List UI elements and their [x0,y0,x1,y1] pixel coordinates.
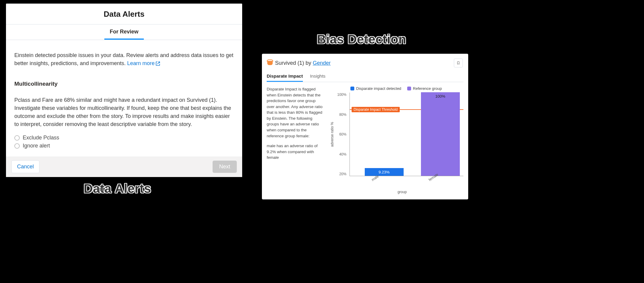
bias-detection-card: Survived (1) by Gender Disparate Impact … [262,54,468,199]
y-tick: 40% [337,152,347,156]
x-axis-ticks: male female [346,179,463,183]
next-button[interactable]: Next [213,161,237,173]
dialog-title: Data Alerts [6,4,242,24]
radio-label: Exclude Pclass [23,135,59,141]
chart-legend: Disparate impact detected Reference grou… [329,86,463,91]
bar-value-label: 9.23% [379,170,390,174]
radio-label: Ignore alert [23,143,50,149]
explanation-paragraph-1: Disparate Impact is flagged when Einstei… [267,86,323,139]
learn-more-link[interactable]: Learn more [127,59,160,67]
tab-insights[interactable]: Insights [310,71,326,82]
radio-group: Exclude Pclass Ignore alert [14,134,234,150]
legend-item-reference: Reference group [407,86,442,91]
bookmark-button[interactable] [454,59,463,67]
radio-icon [14,143,20,149]
cancel-button[interactable]: Cancel [11,160,39,173]
intro-text: Einstein detected possible issues in you… [14,52,233,66]
bucket-icon [267,61,273,65]
caption-bias-detection: Bias Detection [317,32,406,47]
swatch-icon [407,87,411,90]
y-tick: 20% [337,172,347,176]
card-tabs: Disparate Impact Insights [267,71,463,82]
y-axis-label: adverse ratio % [329,93,334,176]
bookmark-icon [457,61,460,65]
alert-section-title: Multicollinearity [14,81,234,87]
tab-disparate-impact[interactable]: Disparate Impact [267,71,303,82]
y-tick: 100% [337,93,347,97]
bar-female: 100% [421,92,460,176]
threshold-badge: Disparate Impact Threshold [352,107,400,112]
intro-paragraph: Einstein detected possible issues in you… [14,51,234,67]
swatch-icon [350,87,354,90]
y-axis-ticks: 100% 80% 60% 40% 20% [336,93,348,176]
external-link-icon [155,61,160,66]
chart-frame: adverse ratio % 100% 80% 60% 40% 20% Dis… [329,93,463,176]
card-title: Survived (1) by Gender [275,60,331,66]
chart-plot-area: Disparate Impact Threshold 9.23% 100% [350,93,463,176]
alert-description: Pclass and Fare are 68% similar and migh… [14,96,234,128]
dialog-tabs: For Review [6,24,242,40]
card-body: Disparate Impact is flagged when Einstei… [267,82,463,194]
explanation-paragraph-2: male has an adverse ratio of 9.2% when c… [267,143,323,161]
card-header: Survived (1) by Gender [267,57,463,70]
radio-ignore-alert[interactable]: Ignore alert [14,142,234,150]
y-tick: 60% [337,132,347,136]
bar-value-label: 100% [435,94,445,99]
caption-data-alerts: Data Alerts [84,182,151,196]
legend-label: Reference group [413,86,442,91]
chart-column: Disparate impact detected Reference grou… [329,86,463,194]
x-axis-label: group [341,190,463,194]
explanation-column: Disparate Impact is flagged when Einstei… [267,86,323,194]
data-alerts-dialog: Data Alerts For Review Einstein detected… [6,4,242,177]
bar-male: 9.23% [365,168,404,176]
tab-for-review[interactable]: For Review [104,24,144,40]
radio-icon [14,135,20,141]
learn-more-label: Learn more [127,59,155,67]
legend-label: Disparate impact detected [356,86,401,91]
dialog-footer: Cancel Next [6,156,242,177]
y-tick: 80% [337,113,347,117]
card-title-prefix: Survived (1) by [275,60,313,66]
radio-exclude-pclass[interactable]: Exclude Pclass [14,134,234,142]
card-title-link[interactable]: Gender [313,60,331,66]
dialog-body: Einstein detected possible issues in you… [6,40,242,156]
legend-item-detected: Disparate impact detected [350,86,401,91]
